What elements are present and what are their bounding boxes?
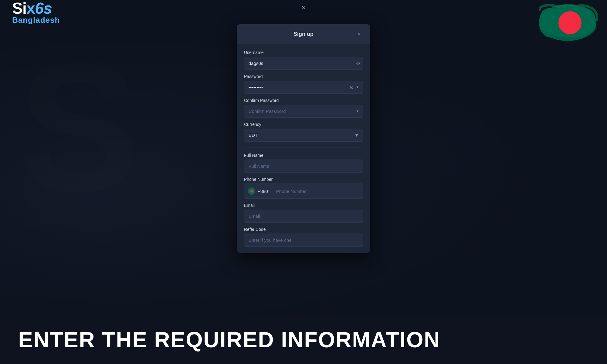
refer-code-label: Refer Code xyxy=(244,227,363,232)
modal-body: Username ⊗ Password ⊗ 👁 Confirm Password xyxy=(237,44,370,253)
currency-select[interactable]: BDT USD EUR xyxy=(244,129,363,142)
phone-group: Phone Number +880 xyxy=(244,177,363,199)
phone-country-selector[interactable]: +880 xyxy=(244,184,272,198)
bottom-banner-text: ENTER THE REQUIRED INFORMATION xyxy=(18,329,440,351)
top-bar: Six6s Bangladesh xyxy=(0,0,607,24)
password-label: Password xyxy=(244,74,363,79)
modal-x-top[interactable]: ✕ xyxy=(301,4,306,12)
logo-si: Si xyxy=(12,0,26,17)
confirm-password-eye-icon[interactable]: 👁 xyxy=(355,109,360,114)
refer-code-group: Refer Code xyxy=(244,227,363,247)
password-input[interactable] xyxy=(244,81,363,94)
bottom-banner: ENTER THE REQUIRED INFORMATION xyxy=(0,315,607,364)
svg-point-1 xyxy=(558,11,582,34)
phone-flag-circle xyxy=(250,190,253,193)
password-group: Password ⊗ 👁 xyxy=(244,74,363,94)
logo-x: x xyxy=(26,0,35,17)
username-label: Username xyxy=(244,50,363,55)
confirm-password-input[interactable] xyxy=(244,105,363,118)
full-name-input-wrap xyxy=(244,160,363,173)
phone-number-input[interactable] xyxy=(272,185,363,197)
phone-label: Phone Number xyxy=(244,177,363,182)
currency-label: Currency xyxy=(244,122,363,127)
logo-brand: Six6s xyxy=(12,0,60,16)
phone-input-row: +880 xyxy=(244,184,363,199)
full-name-input[interactable] xyxy=(244,160,363,173)
email-input-wrap xyxy=(244,210,363,223)
modal-close-button[interactable]: × xyxy=(354,30,363,38)
email-group: Email xyxy=(244,203,363,223)
full-name-label: Full Name xyxy=(244,153,363,158)
country-flag xyxy=(537,3,598,42)
password-icons: ⊗ 👁 xyxy=(350,84,360,90)
phone-flag xyxy=(248,187,255,195)
email-label: Email xyxy=(244,203,363,208)
clear-x-icon[interactable]: ⊗ xyxy=(356,60,360,66)
password-eye-icon[interactable]: 👁 xyxy=(355,85,360,90)
modal-title: Sign up xyxy=(253,31,354,37)
refer-code-input-wrap xyxy=(244,234,363,247)
refer-code-input[interactable] xyxy=(244,234,363,247)
signup-modal: Sign up × Username ⊗ Password ⊗ 👁 xyxy=(237,24,370,253)
logo-6s: 6s xyxy=(35,0,52,17)
username-group: Username ⊗ xyxy=(244,50,363,70)
email-input[interactable] xyxy=(244,210,363,223)
phone-country-code: +880 xyxy=(258,189,268,194)
confirm-password-label: Confirm Password xyxy=(244,98,363,103)
logo-country: Bangladesh xyxy=(12,16,60,24)
full-name-group: Full Name xyxy=(244,153,363,173)
confirm-password-input-wrap: 👁 xyxy=(244,105,363,118)
currency-select-wrap: BDT USD EUR ▼ xyxy=(244,129,363,142)
logo: Six6s Bangladesh xyxy=(12,0,60,24)
currency-group: Currency BDT USD EUR ▼ xyxy=(244,122,363,142)
password-input-wrap: ⊗ 👁 xyxy=(244,81,363,94)
modal-header: Sign up × xyxy=(237,24,370,44)
username-input-wrap: ⊗ xyxy=(244,57,363,70)
username-clear-icon[interactable]: ⊗ xyxy=(356,60,360,66)
section-divider xyxy=(244,147,363,147)
confirm-password-eye[interactable]: 👁 xyxy=(355,109,360,114)
password-clear-icon[interactable]: ⊗ xyxy=(350,84,354,90)
confirm-password-group: Confirm Password 👁 xyxy=(244,98,363,118)
username-input[interactable] xyxy=(244,57,363,70)
